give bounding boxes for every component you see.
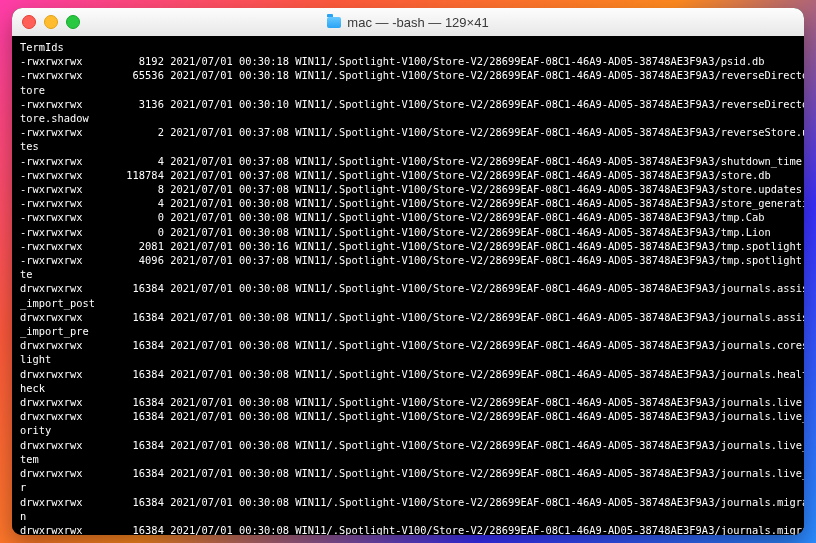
window-title-text: mac — -bash — 129×41 xyxy=(347,15,488,30)
titlebar[interactable]: mac — -bash — 129×41 xyxy=(12,8,804,37)
minimize-button[interactable] xyxy=(44,15,58,29)
traffic-lights xyxy=(22,15,80,29)
terminal-output[interactable]: TermIds -rwxrwxrwx 8192 2021/07/01 00:30… xyxy=(12,36,804,535)
folder-icon xyxy=(327,17,341,28)
terminal-window: mac — -bash — 129×41 TermIds -rwxrwxrwx … xyxy=(12,8,804,535)
zoom-button[interactable] xyxy=(66,15,80,29)
close-button[interactable] xyxy=(22,15,36,29)
window-title: mac — -bash — 129×41 xyxy=(12,15,804,30)
desktop-background: mac — -bash — 129×41 TermIds -rwxrwxrwx … xyxy=(0,0,816,543)
